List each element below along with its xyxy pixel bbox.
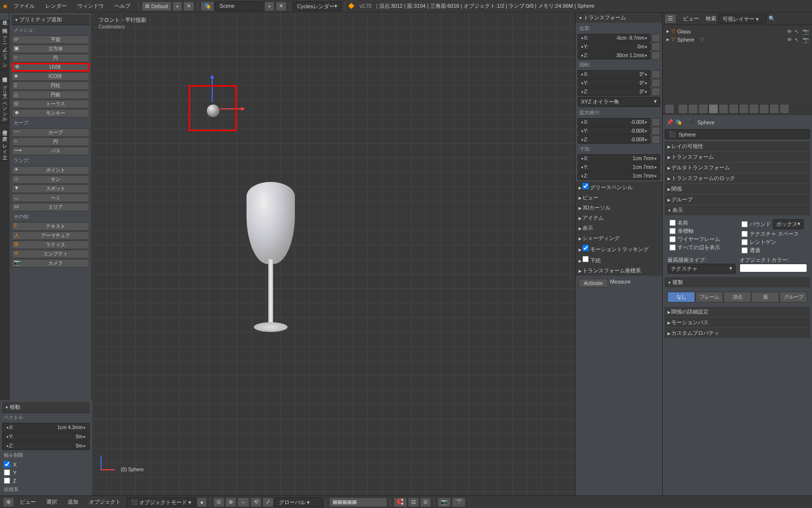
custom-props-section[interactable]: カスタムプロパティ xyxy=(665,328,810,338)
groups-section[interactable]: グループ xyxy=(665,194,810,205)
lock-rot-y[interactable] xyxy=(652,79,660,87)
bg-image-checkbox[interactable] xyxy=(582,256,589,262)
outliner-tree[interactable]: ▸ ▽ Glass 👁↖📷 ▸ ▽ Sphere ▽ 👁↖📷 xyxy=(663,25,812,103)
prop-tab-particles[interactable] xyxy=(769,104,779,114)
pivot-selector[interactable]: ⊙ xyxy=(213,497,224,507)
duplication-section[interactable]: 複製 xyxy=(665,277,810,287)
lock-scale-x[interactable] xyxy=(652,118,660,126)
add-point-lamp-button[interactable]: ☀ポイント xyxy=(12,166,89,175)
prop-tab-render[interactable] xyxy=(665,104,674,114)
add-ico-sphere-button[interactable]: ◈ICO球 xyxy=(12,72,89,81)
relations-extras-section[interactable]: 関係の詳細設定 xyxy=(665,307,810,317)
rotation-y-field[interactable]: ◂Y:0°▸ xyxy=(578,79,651,87)
prop-tab-object[interactable] xyxy=(709,104,718,114)
prop-tab-material[interactable] xyxy=(749,104,759,114)
dim-z-field[interactable]: ◂Z:1cm 7mm▸ xyxy=(578,172,660,180)
tool-tab-create[interactable]: 作成 xyxy=(0,13,9,21)
show-axis-checkbox[interactable] xyxy=(669,228,676,234)
tool-tab-history[interactable]: 履歴の選択 xyxy=(0,123,9,137)
view-panel-header[interactable]: ビュー xyxy=(576,193,662,203)
constraint-x-checkbox[interactable] xyxy=(4,461,10,467)
editor-type-selector[interactable]: ⊕ xyxy=(3,497,14,507)
dup-none-button[interactable]: なし xyxy=(667,292,695,302)
view-menu[interactable]: ビュー xyxy=(15,496,41,508)
add-torus-button[interactable]: ◎トーラス xyxy=(12,100,89,108)
add-primitive-header[interactable]: プリミティブ追加 xyxy=(12,15,89,25)
outliner-item-sphere[interactable]: ▸ ▽ Sphere ▽ 👁↖📷 xyxy=(665,35,810,44)
layers-grid[interactable]: ▦▦▦▦▦ xyxy=(329,497,387,507)
show-transparent-checkbox[interactable] xyxy=(741,247,748,254)
object-menu[interactable]: オブジェクト xyxy=(84,496,126,508)
show-xray-checkbox[interactable] xyxy=(741,239,748,245)
dup-group-button[interactable]: グループ xyxy=(780,292,807,302)
lock-rot-x[interactable] xyxy=(652,70,660,78)
render-engine-selector[interactable]: Cyclesレンダー ▾ xyxy=(293,1,342,11)
dim-y-field[interactable]: ◂Y:1cm 7mm▸ xyxy=(578,163,660,171)
prop-tab-constraints[interactable] xyxy=(719,104,728,114)
expand-icon[interactable]: ▸ xyxy=(667,36,669,43)
add-circle-curve-button[interactable]: ○円 xyxy=(12,137,89,146)
duplication-type-buttons[interactable]: なし フレーム 頂点 面 グループ xyxy=(667,292,807,302)
object-name-field[interactable]: ⬛ Sphere xyxy=(665,129,810,139)
item-panel-header[interactable]: アイテム xyxy=(576,213,662,223)
prop-tab-world[interactable] xyxy=(698,104,708,114)
renderable-icon[interactable]: 📷 xyxy=(802,29,808,34)
location-y-field[interactable]: ◂Y:0m▸ xyxy=(578,43,651,51)
add-curve-button[interactable]: 〰カーブ xyxy=(12,128,89,137)
show-wire-checkbox[interactable] xyxy=(669,236,676,242)
transform-locks-section[interactable]: トランスフォームのロック xyxy=(665,173,810,183)
delta-transform-section[interactable]: デルタトランスフォーム xyxy=(665,163,810,173)
add-empty-button[interactable]: ✛エンプティ xyxy=(12,250,89,258)
bounds-type-selector[interactable]: ボックス▾ xyxy=(773,219,804,229)
scale-x-field[interactable]: ◂X:-0.008▸ xyxy=(578,118,651,126)
add-cube-button[interactable]: ▣立方体 xyxy=(12,45,89,53)
add-armature-button[interactable]: 人アーマチュア xyxy=(12,231,89,240)
constraint-z-checkbox[interactable] xyxy=(4,478,10,484)
scene-name-field[interactable]: Scene xyxy=(215,1,263,11)
dim-x-field[interactable]: ◂X:1cm 7mm▸ xyxy=(578,154,660,163)
constraint-y-checkbox[interactable] xyxy=(4,469,10,476)
dup-faces-button[interactable]: 面 xyxy=(752,292,779,302)
add-area-lamp-button[interactable]: ▭エリア xyxy=(12,203,89,211)
cursor-panel-header[interactable]: 3Dカーソル xyxy=(576,203,662,213)
activate-button[interactable]: Activate xyxy=(579,279,608,287)
tool-tab-layers[interactable]: レイヤー xyxy=(0,137,9,161)
menu-file[interactable]: ファイル xyxy=(9,0,40,12)
scale-z-field[interactable]: ◂Z:-0.008▸ xyxy=(578,135,651,144)
tool-tab-animation[interactable]: アニメーション xyxy=(0,29,9,70)
mode-selector[interactable]: ⬛ オブジェクトモード ▾ xyxy=(127,497,196,507)
move-x-field[interactable]: ◂X:1cm 4.3mm▸ xyxy=(2,423,90,432)
add-monkey-button[interactable]: ☻モンキー xyxy=(12,109,89,118)
move-y-field[interactable]: ◂Y:0m▸ xyxy=(2,432,90,441)
add-cylinder-button[interactable]: ▯円柱 xyxy=(12,81,89,90)
menu-window[interactable]: ウィンドウ xyxy=(72,0,109,12)
add-uv-sphere-button[interactable]: ⊕UV球 xyxy=(12,63,89,72)
add-menu[interactable]: 追加 xyxy=(63,496,83,508)
add-plane-button[interactable]: ▱平面 xyxy=(12,35,89,44)
show-texspace-checkbox[interactable] xyxy=(741,231,748,237)
search-icon[interactable]: 🔍 xyxy=(768,15,775,22)
snap-element-selector[interactable]: ⊡ xyxy=(408,497,419,507)
transform-orientation-header[interactable]: トランスフォーム座標系 xyxy=(576,266,662,276)
motion-tracking-checkbox[interactable] xyxy=(582,245,589,251)
selectable-icon[interactable]: ↖ xyxy=(795,37,800,43)
add-camera-button[interactable]: 📷カメラ xyxy=(12,259,89,268)
add-scene-button[interactable]: + xyxy=(264,1,274,11)
outliner-item-glass[interactable]: ▸ ▽ Glass 👁↖📷 xyxy=(665,27,810,35)
transform-panel-header[interactable]: トランスフォーム xyxy=(576,13,662,23)
outliner-view-menu[interactable]: ビュー xyxy=(678,13,704,24)
prop-tab-render-layers[interactable] xyxy=(678,104,688,114)
add-path-button[interactable]: ⟿パス xyxy=(12,147,89,155)
prop-tab-texture[interactable] xyxy=(759,104,769,114)
glass-object[interactable] xyxy=(242,182,300,351)
pin-icon[interactable]: 📌 xyxy=(667,119,673,125)
add-spot-lamp-button[interactable]: ▼スポット xyxy=(12,184,89,193)
show-bounds-checkbox[interactable] xyxy=(741,221,748,227)
rotation-x-field[interactable]: ◂X:0°▸ xyxy=(578,70,651,78)
manipulator-translate[interactable]: ↔ xyxy=(237,497,249,507)
location-z-field[interactable]: ◂Z:30cm 1.1mm▸ xyxy=(578,51,651,60)
renderable-icon[interactable]: 📷 xyxy=(802,37,808,43)
tool-tab-relations[interactable]: 関係 xyxy=(0,21,9,29)
motion-paths-section[interactable]: モーションパス xyxy=(665,317,810,328)
rotation-z-field[interactable]: ◂Z:0°▸ xyxy=(578,88,651,96)
